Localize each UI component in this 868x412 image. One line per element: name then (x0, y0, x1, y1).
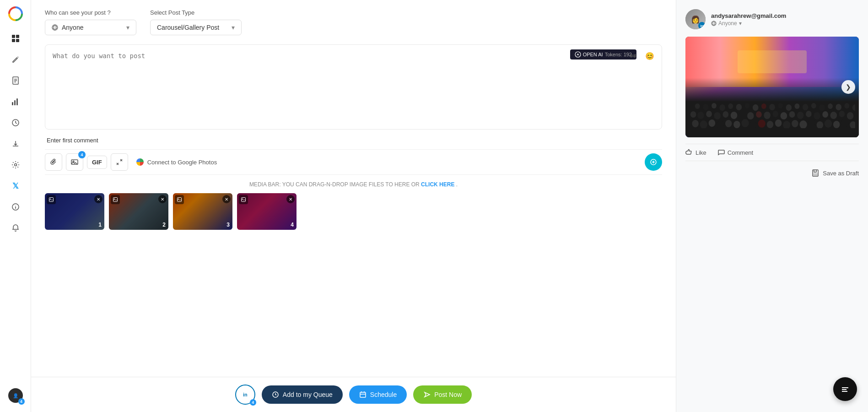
svg-point-39 (709, 119, 716, 127)
attachment-btn[interactable] (45, 153, 62, 171)
svg-point-43 (741, 119, 749, 127)
main-editor: Who can see your post ? Anyone ▾ Select … (31, 0, 676, 412)
svg-rect-2 (16, 35, 19, 38)
circular-action-btn[interactable] (645, 153, 662, 171)
like-icon (685, 149, 693, 156)
comment-label: Comment (728, 149, 753, 156)
svg-point-67 (772, 111, 778, 117)
queue-btn-label: Add to my Queue (283, 391, 333, 398)
preview-user-info: andysarahrew@gmail.com Anyone ▾ (711, 12, 786, 27)
preview-image-container: ❯ (685, 37, 859, 137)
google-photos-btn[interactable]: Connect to Google Photos (132, 156, 221, 168)
post-now-icon (423, 391, 431, 398)
svg-point-50 (799, 120, 807, 128)
like-btn[interactable]: Like (685, 149, 706, 156)
thumb-close-1[interactable]: ✕ (94, 195, 102, 203)
sidebar-item-feed[interactable] (6, 92, 25, 111)
svg-point-47 (775, 119, 782, 127)
svg-point-60 (714, 112, 721, 119)
svg-point-83 (745, 103, 750, 108)
svg-point-38 (700, 120, 707, 128)
media-bar-dot: . (456, 181, 458, 188)
app-logo[interactable] (7, 5, 24, 22)
thumb-close-4[interactable]: ✕ (286, 195, 295, 203)
sidebar-item-compose[interactable] (6, 50, 25, 69)
save-draft-btn[interactable]: Save as Draft (685, 168, 859, 179)
svg-point-77 (695, 103, 700, 109)
save-draft-label: Save as Draft (823, 170, 859, 177)
thumb-num-1: 1 (98, 222, 102, 228)
openai-icon (575, 51, 581, 58)
post-type-chevron: ▾ (232, 24, 235, 31)
preview-inner: 👩 in andysarahrew@gmail.com Anyone ▾ (676, 0, 868, 188)
resize-btn[interactable] (111, 153, 128, 171)
gif-btn[interactable]: GIF (87, 156, 107, 169)
svg-point-84 (753, 104, 759, 111)
svg-point-46 (767, 121, 774, 128)
svg-point-88 (786, 104, 792, 111)
thumb-icon-4 (239, 195, 248, 204)
svg-point-64 (747, 112, 754, 119)
svg-point-40 (717, 121, 724, 128)
post-type-dropdown[interactable]: Carousel/Gallery Post ▾ (150, 20, 242, 35)
like-label: Like (695, 149, 706, 156)
sidebar-item-grid[interactable] (6, 29, 25, 48)
thumbnail-2[interactable]: ✕ 2 (109, 193, 168, 230)
emoji-btn[interactable]: 😊 (643, 49, 656, 62)
preview-visibility: Anyone ▾ (711, 20, 786, 27)
svg-point-62 (731, 112, 738, 119)
visibility-icon (52, 24, 58, 31)
svg-point-75 (839, 111, 845, 117)
linkedin-badge-text: in (243, 392, 248, 397)
visibility-dropdown[interactable]: Anyone ▾ (45, 20, 136, 35)
comment-btn[interactable]: Comment (717, 149, 753, 156)
preview-visibility-chevron: ▾ (739, 20, 742, 27)
sidebar-item-download[interactable] (6, 135, 25, 153)
preview-main-image (685, 37, 859, 137)
schedule-button[interactable]: Schedule (349, 385, 407, 404)
sidebar-user-avatar[interactable]: 👤 4 (8, 388, 23, 403)
image-upload-btn[interactable]: 4 (66, 153, 83, 171)
sidebar-item-document[interactable] (6, 71, 25, 90)
svg-point-80 (719, 104, 725, 111)
sidebar-item-settings[interactable] (6, 156, 25, 174)
linkedin-count-badge: 4 (250, 399, 256, 406)
sidebar-item-bell[interactable] (6, 219, 25, 237)
svg-point-54 (833, 121, 840, 128)
svg-point-13 (14, 164, 16, 166)
thumb-close-2[interactable]: ✕ (158, 195, 167, 203)
post-textarea[interactable] (45, 45, 662, 127)
add-to-queue-button[interactable]: Add to my Queue (262, 385, 343, 404)
hashtag-btn[interactable] (627, 49, 640, 62)
click-here-link[interactable]: CLICK HERE (421, 181, 454, 188)
queue-icon (272, 391, 279, 398)
svg-point-92 (819, 104, 825, 111)
svg-point-58 (697, 112, 704, 119)
schedule-icon (359, 391, 367, 398)
post-now-button[interactable]: Post Now (413, 385, 472, 404)
sidebar-item-info[interactable] (6, 198, 25, 216)
sidebar-item-twitter[interactable]: 𝕏 (6, 177, 25, 195)
svg-point-57 (690, 111, 696, 118)
sidebar-item-clock[interactable] (6, 114, 25, 132)
google-photos-icon (135, 157, 145, 167)
thumb-close-3[interactable]: ✕ (222, 195, 231, 203)
linkedin-account-indicator[interactable]: in 4 (235, 385, 255, 405)
preview-next-btn[interactable]: ❯ (841, 80, 855, 94)
thumb-num-4: 4 (291, 222, 294, 228)
thumbnail-1[interactable]: ✕ 1 (45, 193, 104, 230)
floating-chat-btn[interactable] (833, 377, 857, 401)
thumbnail-3[interactable]: ✕ 3 (173, 193, 232, 230)
svg-point-55 (841, 119, 848, 127)
post-type-label: Select Post Type (150, 9, 242, 16)
thumbnail-4[interactable]: ✕ 4 (237, 193, 297, 230)
svg-point-61 (723, 111, 729, 118)
audience-heads (685, 87, 859, 128)
svg-point-72 (814, 112, 820, 119)
svg-point-56 (850, 121, 855, 128)
svg-point-85 (761, 103, 766, 109)
stage-area (738, 50, 807, 73)
openai-label: OPEN AI (583, 52, 603, 57)
svg-line-18 (631, 54, 631, 58)
schedule-btn-label: Schedule (370, 391, 397, 398)
